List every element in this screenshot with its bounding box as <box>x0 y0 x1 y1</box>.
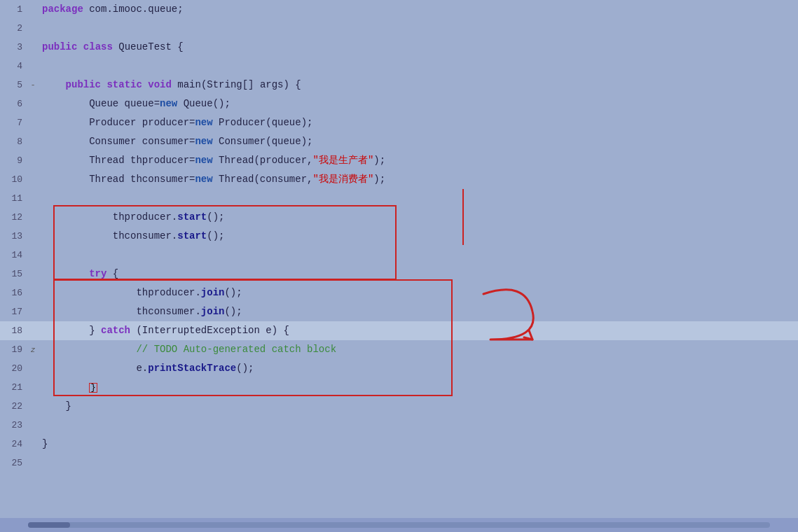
code-line-13: 13 thconsumer.start(); <box>0 227 798 246</box>
code-line-2: 2 <box>0 19 798 38</box>
line-code-10: Thread thconsumer=new Thread(consumer,"我… <box>38 170 798 189</box>
line-num-15: 15 <box>0 269 28 279</box>
code-line-22: 22 } <box>0 397 798 416</box>
code-line-17: 17 thconsumer.join(); <box>0 302 798 321</box>
line-code-13: thconsumer.start(); <box>38 227 798 246</box>
line-num-3: 3 <box>0 42 28 52</box>
line-num-6: 6 <box>0 99 28 109</box>
line-num-1: 1 <box>0 4 28 15</box>
line-code-1: package com.imooc.queue; <box>38 0 798 19</box>
line-num-12: 12 <box>0 212 28 223</box>
line-num-21: 21 <box>0 382 28 393</box>
code-line-24: 24 } <box>0 435 798 454</box>
line-num-11: 11 <box>0 193 28 204</box>
code-line-21: 21 } <box>0 378 798 397</box>
line-code-6: Queue queue=new Queue(); <box>38 94 798 113</box>
code-line-12: 12 thproducer.start(); <box>0 208 798 227</box>
line-num-2: 2 <box>0 23 28 34</box>
line-num-24: 24 <box>0 439 28 449</box>
line-num-5: 5 <box>0 80 28 90</box>
code-line-14: 14 <box>0 246 798 265</box>
line-code-17: thconsumer.join(); <box>38 302 798 321</box>
code-line-4: 4 <box>0 57 798 76</box>
line-num-13: 13 <box>0 231 28 241</box>
line-num-4: 4 <box>0 61 28 71</box>
line-code-5: public static void main(String[] args) { <box>38 76 798 94</box>
line-code-8: Consumer consumer=new Consumer(queue); <box>38 132 798 151</box>
line-code-3: public class QueueTest { <box>38 38 798 57</box>
code-line-8: 8 Consumer consumer=new Consumer(queue); <box>0 132 798 151</box>
code-line-5: 5 - public static void main(String[] arg… <box>0 76 798 94</box>
line-code-24: } <box>38 435 798 454</box>
code-line-1: 1 package com.imooc.queue; <box>0 0 798 19</box>
line-marker-19: z <box>28 346 38 354</box>
line-num-9: 9 <box>0 155 28 166</box>
line-code-19: // TODO Auto-generated catch block <box>38 340 798 359</box>
scrollbar-track[interactable] <box>28 522 770 528</box>
code-line-19: 19 z // TODO Auto-generated catch block <box>0 340 798 359</box>
line-num-25: 25 <box>0 458 28 468</box>
line-code-21: } <box>38 378 798 397</box>
code-line-7: 7 Producer producer=new Producer(queue); <box>0 113 798 132</box>
scrollbar-thumb[interactable] <box>28 522 70 528</box>
code-editor: 1 package com.imooc.queue; 2 3 public cl… <box>0 0 798 532</box>
code-line-9: 9 Thread thproducer=new Thread(producer,… <box>0 151 798 170</box>
code-line-10: 10 Thread thconsumer=new Thread(consumer… <box>0 170 798 189</box>
code-line-18: 18 } catch (InterruptedException e) { <box>0 321 798 340</box>
line-marker-5: - <box>28 80 38 90</box>
line-code-12: thproducer.start(); <box>38 208 798 227</box>
line-num-7: 7 <box>0 118 28 128</box>
line-num-10: 10 <box>0 174 28 185</box>
code-area: 1 package com.imooc.queue; 2 3 public cl… <box>0 0 798 518</box>
code-line-3: 3 public class QueueTest { <box>0 38 798 57</box>
line-code-22: } <box>38 397 798 416</box>
line-code-16: thproducer.join(); <box>38 284 798 302</box>
code-line-11: 11 <box>0 189 798 208</box>
line-num-22: 22 <box>0 401 28 412</box>
line-num-16: 16 <box>0 288 28 298</box>
line-num-14: 14 <box>0 250 28 260</box>
code-line-25: 25 <box>0 454 798 472</box>
code-line-15: 15 try { <box>0 265 798 284</box>
code-line-6: 6 Queue queue=new Queue(); <box>0 94 798 113</box>
line-num-20: 20 <box>0 363 28 374</box>
line-code-18: } catch (InterruptedException e) { <box>38 321 798 340</box>
line-num-19: 19 <box>0 344 28 355</box>
line-code-9: Thread thproducer=new Thread(producer,"我… <box>38 151 798 170</box>
code-line-16: 16 thproducer.join(); <box>0 284 798 302</box>
line-num-23: 23 <box>0 420 28 430</box>
horizontal-scrollbar[interactable] <box>0 518 798 532</box>
line-num-8: 8 <box>0 136 28 147</box>
kw-package: package <box>42 0 83 19</box>
code-line-20: 20 e.printStackTrace(); <box>0 359 798 378</box>
line-num-17: 17 <box>0 307 28 317</box>
line-code-7: Producer producer=new Producer(queue); <box>38 113 798 132</box>
line-code-20: e.printStackTrace(); <box>38 359 798 378</box>
line-code-15: try { <box>38 265 798 284</box>
line-num-18: 18 <box>0 326 28 336</box>
code-line-23: 23 <box>0 416 798 435</box>
